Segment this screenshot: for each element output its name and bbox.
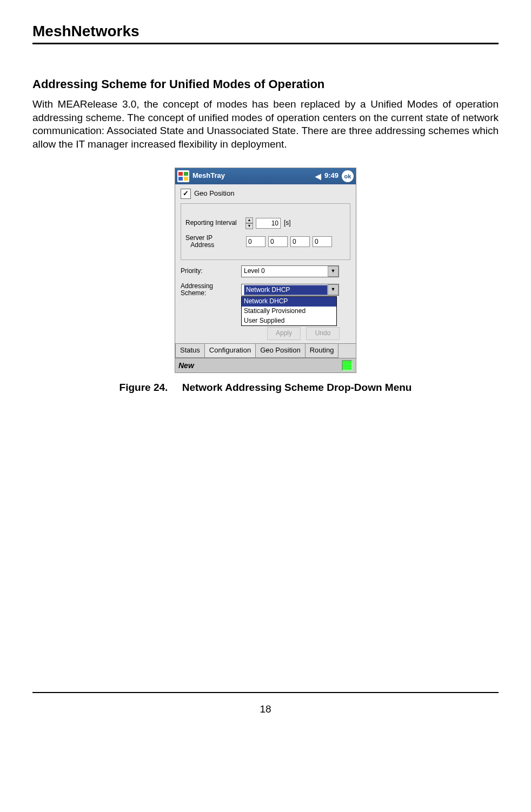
server-ip-1[interactable] — [246, 236, 266, 247]
addressing-scheme-label: Addressing Scheme: — [181, 283, 241, 297]
addressing-scheme-dropdown-list: Network DHCP Statically Provisioned User… — [241, 296, 337, 326]
server-ip-row: Server IP Address — [185, 235, 346, 249]
reporting-interval-input[interactable] — [256, 218, 281, 229]
spinner-down-icon[interactable]: ▼ — [245, 223, 253, 229]
addressing-scheme-dropdown[interactable]: Network DHCP ▼ — [241, 284, 339, 296]
addressing-scheme-selected: Network DHCP — [244, 285, 328, 296]
server-ip-4[interactable] — [313, 236, 332, 247]
tab-configuration[interactable]: Configuration — [205, 344, 256, 358]
server-ip-2[interactable] — [268, 236, 288, 247]
undo-button[interactable]: Undo — [306, 327, 340, 340]
status-bar: New — [175, 358, 356, 372]
meshtray-window: MeshTray ◀ 9:49 ok ✓ Geo Position Report… — [175, 168, 356, 373]
spinner-up-icon[interactable]: ▲ — [245, 217, 253, 223]
reporting-interval-unit: [s] — [284, 219, 291, 228]
keyboard-icon[interactable] — [342, 360, 353, 371]
speaker-icon[interactable]: ◀ — [315, 171, 321, 181]
dropdown-option-statically-provisioned[interactable]: Statically Provisioned — [242, 307, 336, 316]
chevron-down-icon[interactable]: ▼ — [328, 284, 338, 295]
brand-title: MeshNetworks — [32, 22, 499, 41]
status-text: New — [178, 361, 194, 370]
priority-label: Priority: — [181, 267, 241, 276]
figure-caption: Figure 24. Network Addressing Scheme Dro… — [32, 381, 499, 395]
server-ip-label: Server IP Address — [185, 235, 246, 249]
reporting-interval-row: Reporting Interval ▲ ▼ [s] — [185, 217, 346, 229]
reporting-interval-label: Reporting Interval — [185, 219, 246, 228]
page-header: MeshNetworks — [32, 22, 499, 44]
app-title: MeshTray — [193, 171, 225, 181]
titlebar: MeshTray ◀ 9:49 ok — [175, 168, 356, 184]
chevron-down-icon[interactable]: ▼ — [328, 266, 338, 277]
geo-position-checkbox-row: ✓ Geo Position — [181, 189, 350, 199]
tab-geo-position[interactable]: Geo Position — [256, 344, 305, 358]
tab-bar: Status Configuration Geo Position Routin… — [175, 343, 356, 358]
action-buttons: Apply Undo — [181, 327, 350, 340]
server-ip-3[interactable] — [290, 236, 310, 247]
reporting-interval-spinner[interactable]: ▲ ▼ — [245, 217, 253, 229]
tab-status[interactable]: Status — [175, 344, 205, 358]
geo-settings-group: Reporting Interval ▲ ▼ [s] Server IP Add… — [181, 203, 350, 260]
page-footer: 18 — [32, 692, 499, 716]
config-panel: ✓ Geo Position Reporting Interval ▲ ▼ [s… — [175, 184, 356, 344]
tab-routing[interactable]: Routing — [306, 344, 339, 358]
windows-logo-icon — [177, 170, 189, 182]
priority-dropdown[interactable]: Level 0 ▼ — [241, 265, 339, 277]
addressing-scheme-row: Addressing Scheme: Network DHCP ▼ — [181, 283, 350, 297]
geo-position-checkbox[interactable]: ✓ — [181, 189, 191, 199]
ok-button[interactable]: ok — [342, 170, 354, 182]
geo-position-label: Geo Position — [194, 189, 234, 198]
priority-row: Priority: Level 0 ▼ — [181, 265, 350, 277]
section-heading: Addressing Scheme for Unified Modes of O… — [32, 77, 499, 92]
priority-value: Level 0 — [244, 267, 265, 276]
dropdown-option-network-dhcp[interactable]: Network DHCP — [242, 297, 336, 307]
clock-time: 9:49 — [324, 171, 338, 181]
section-paragraph: With MEARelease 3.0, the concept of mode… — [32, 98, 499, 151]
apply-button[interactable]: Apply — [267, 327, 301, 340]
page-number: 18 — [260, 703, 271, 715]
dropdown-option-user-supplied[interactable]: User Supplied — [242, 316, 336, 326]
